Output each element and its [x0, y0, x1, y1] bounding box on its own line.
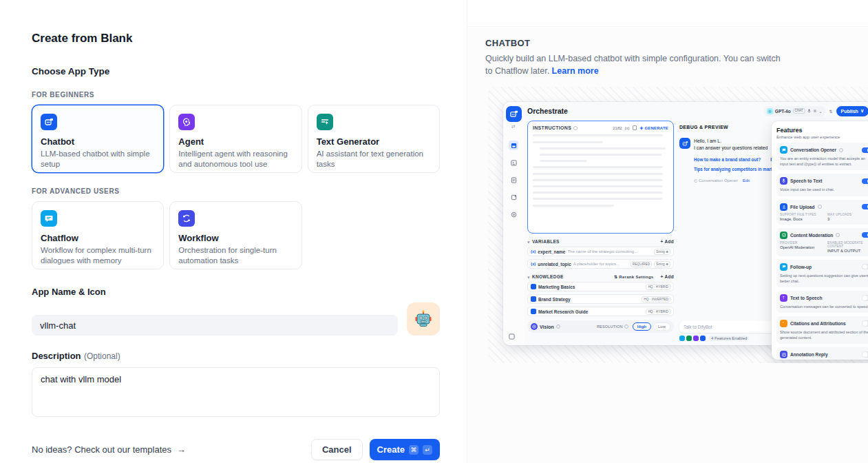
feature-text-to-speech: T Text to Speech Conversation messages c… — [776, 291, 868, 313]
suggested-question: Tips for analyzing competitors in market — [694, 167, 779, 172]
app-type-name: Chatbot — [41, 136, 155, 147]
svg-text:”: ” — [782, 321, 784, 325]
description-label: Description — [32, 351, 81, 361]
annotation-reply-icon — [780, 351, 787, 358]
mock-sidebar: ⇄ — [503, 102, 524, 345]
enter-key-icon: ↵ — [423, 445, 432, 455]
description-label-row: Description (Optional) — [32, 349, 440, 362]
description-optional-label: (Optional) — [84, 351, 120, 361]
arrow-right-icon: → — [177, 444, 186, 455]
knowledge-doc-icon — [531, 309, 536, 314]
app-type-desc: Orchestration for single-turn automation… — [178, 245, 293, 266]
knowledge-section: ∨ KNOWLEDGE ⇅ Rerank Settings + Add Mark… — [527, 274, 674, 316]
app-type-card-agent[interactable]: Agent Intelligent agent with reasoning a… — [169, 105, 301, 173]
model-selector: ◎ GPT-4o CHAT ⌄ — [763, 106, 826, 116]
preview-panel: CHATBOT Quickly build an LLM-based chatb… — [467, 0, 868, 463]
learn-more-link[interactable]: Learn more — [552, 66, 599, 76]
rerank-settings-button: ⇅ Rerank Settings — [614, 274, 653, 279]
app-type-name: Workflow — [178, 233, 293, 243]
app-type-card-chatbot[interactable]: Chatbot LLM-based chatbot with simple se… — [32, 105, 164, 173]
add-knowledge-button: + Add — [661, 274, 675, 279]
text-to-speech-icon: T — [780, 294, 787, 302]
info-icon — [624, 325, 628, 329]
variables-section: ∨ VARIABLES + Add {x} expert_name The na… — [527, 239, 674, 269]
info-icon — [839, 148, 843, 152]
instructions-panel: INSTRUCTIONS 2182 {x} — [527, 121, 674, 234]
upload-chip-icon — [700, 336, 706, 341]
toggle-on — [862, 178, 868, 185]
description-textarea[interactable]: chat with vllm model — [32, 367, 440, 417]
vision-row: Vision RESOLUTION High Low — [527, 320, 674, 333]
knowledge-row: Marketing Basics HQ · HYBRID — [527, 282, 674, 291]
preview-illustration: ⇄ Orchestrate — [488, 87, 868, 363]
bot-avatar — [679, 138, 690, 149]
templates-link[interactable]: No ideas? Check out our templates → — [32, 444, 186, 455]
generate-button: GENERATE — [639, 126, 668, 130]
model-provider-icon: ◎ — [767, 108, 773, 114]
app-type-card-chatflow[interactable]: Chatflow Workflow for complex multi-turn… — [32, 201, 164, 269]
nav-logs-icon — [509, 175, 518, 185]
toggle-off — [862, 264, 868, 270]
text-generator-icon — [317, 114, 333, 130]
chatbot-icon — [41, 114, 57, 130]
vision-icon — [531, 323, 538, 330]
app-type-desc: LLM-based chatbot with simple setup — [41, 149, 155, 169]
copy-icon — [633, 125, 637, 130]
feature-citations: ” Citations and Attributions Show source… — [776, 316, 868, 344]
knowledge-row: Brand Strategy HQ · INVERTED — [527, 294, 674, 304]
suggested-question: How to make a brand stand out?Bes — [694, 157, 779, 162]
preview-heading: CHATBOT — [485, 38, 868, 48]
robot-emoji-icon — [414, 309, 433, 329]
preview-top-strip — [467, 0, 868, 27]
feature-annotation-reply: Annotation Reply — [776, 347, 868, 360]
model-chevron-icon: ⌄ — [819, 109, 823, 114]
knowledge-doc-icon — [531, 296, 536, 302]
cmd-key-icon: ⌘ — [409, 445, 419, 455]
nav-monitoring-icon — [509, 209, 518, 219]
follow-up-icon — [780, 263, 787, 271]
app-type-name: Chatflow — [41, 233, 155, 243]
gear-icon — [813, 109, 817, 113]
feature-speech-to-text: Speech to Text Voice input can be used i… — [776, 174, 868, 196]
cancel-button[interactable]: Cancel — [311, 439, 363, 460]
variable-row: {x} expert_name The name of the strategi… — [527, 247, 674, 256]
beginner-cards: Chatbot LLM-based chatbot with simple se… — [32, 105, 440, 173]
app-name-label: App Name & Icon — [32, 287, 440, 297]
feature-content-moderation: Content Moderation PROVIDEROpenAI Modera… — [776, 228, 868, 256]
conversation-opener-note: ◴ Conversation Opener Edit — [694, 178, 779, 183]
app-type-desc: AI assistant for text generation tasks — [317, 149, 431, 169]
advanced-cards: Chatflow Workflow for complex multi-turn… — [32, 201, 440, 269]
add-variable-button: + Add — [661, 239, 675, 244]
app-name-row — [32, 302, 440, 336]
info-icon — [573, 126, 578, 130]
chatflow-icon — [41, 210, 57, 227]
info-icon — [818, 205, 822, 209]
create-button[interactable]: Create ⌘ ↵ — [370, 439, 440, 460]
preview-description: Quickly build an LLM-based chatbot with … — [485, 52, 788, 77]
resolution-low-pill: Low — [653, 322, 670, 331]
agent-icon — [178, 114, 195, 130]
knowledge-doc-icon — [531, 284, 536, 289]
workflow-icon — [178, 210, 195, 227]
toggle-on — [862, 147, 868, 154]
mock-app-title: Orchestrate — [527, 107, 568, 115]
swap-icon: ⇄ — [511, 124, 516, 130]
create-form-panel: Create from Blank Choose App Type FOR BE… — [0, 0, 467, 463]
feature-follow-up: Follow-up Setting up next questions sugg… — [776, 260, 868, 287]
file-upload-icon — [780, 203, 787, 211]
speech-to-text-icon — [780, 177, 787, 185]
mock-app-icon — [506, 106, 522, 122]
collapse-sidebar-icon — [509, 333, 515, 340]
speech-chip-icon — [693, 336, 699, 341]
app-icon-picker[interactable] — [407, 302, 440, 336]
toggle-on — [862, 204, 868, 210]
citations-icon: ” — [780, 320, 787, 327]
app-type-card-text-generator[interactable]: Text Generator AI assistant for text gen… — [308, 105, 440, 173]
nav-api-icon — [509, 158, 518, 167]
variable-row: {x} unrelated_topic A placeholder for to… — [527, 259, 674, 269]
app-name-input[interactable] — [32, 315, 398, 336]
app-type-card-workflow[interactable]: Workflow Orchestration for single-turn a… — [169, 201, 301, 269]
moderation-chip-icon — [686, 336, 692, 341]
group-label-beginners: FOR BEGINNERS — [32, 91, 440, 99]
resolution-high-pill: High — [633, 322, 651, 331]
